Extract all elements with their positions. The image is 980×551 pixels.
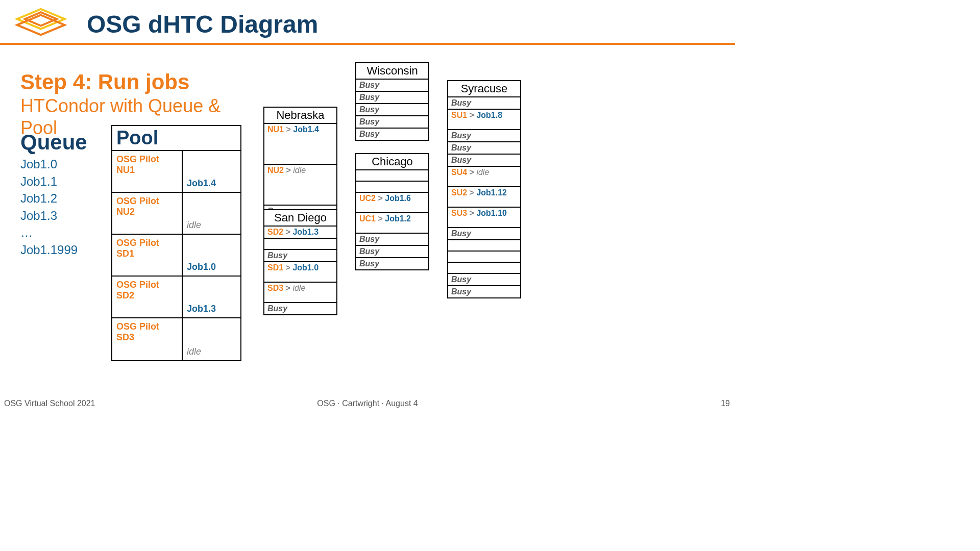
pool-row: OSG Pilot SD1Job1.0 [112,235,240,277]
pool-job: Job1.3 [183,277,240,317]
queue-item: Job1.3 [20,207,78,224]
site-slot: SU2 > Job1.12 [448,187,520,208]
site-syracuse: SyracuseBusySU1 > Job1.8BusyBusyBusySU4 … [447,80,521,298]
pool-row: OSG Pilot NU2idle [112,193,240,235]
site-slot: Busy [356,234,428,246]
pool-row: OSG Pilot NU1Job1.4 [112,151,240,193]
site-header: San Diego [264,210,336,227]
site-slot [356,170,428,182]
site-slot: Busy [356,80,428,92]
pool-row: OSG Pilot SD3idle [112,318,240,360]
site-slot: Busy [448,228,520,240]
site-header: Chicago [356,154,428,170]
pool-job: idle [183,193,240,234]
queue-item: Job1.0 [20,156,78,173]
site-slot [264,239,336,250]
footer-center: OSG · Cartwright · August 4 [317,399,418,408]
site-slot: SD3 > idle [264,283,336,303]
site-slot: SD2 > Job1.3 [264,227,336,239]
site-slot: Busy [448,97,520,110]
site-slot: Busy [448,130,520,142]
pool-pilot: OSG Pilot SD2 [112,277,183,317]
site-slot: Busy [448,274,520,286]
site-slot: Busy [448,142,520,155]
site-slot: Busy [264,250,336,262]
site-slot: SU3 > Job1.10 [448,208,520,228]
pool-pilot: OSG Pilot NU2 [112,193,183,234]
queue-item: Job1.1999 [20,241,78,259]
site-slot [356,182,428,193]
site-slot: Busy [448,155,520,167]
site-slot: SU1 > Job1.8 [448,110,520,130]
site-slot: Busy [356,92,428,104]
queue-item: … [20,224,78,241]
site-slot: Busy [356,129,428,140]
site-header: Syracuse [448,81,520,97]
site-slot: Busy [264,303,336,314]
site-slot: Busy [448,286,520,297]
pool-heading: Pool [112,126,240,151]
site-slot: NU1 > Job1.4 [264,124,336,165]
footer-left: OSG Virtual School 2021 [4,399,95,408]
site-slot: Busy [356,246,428,258]
site-slot [448,240,520,252]
site-slot: Busy [356,104,428,116]
page-title: OSG dHTC Diagram [87,10,318,38]
osg-logo-icon [5,5,77,43]
page-number: 19 [721,399,730,408]
pool-job: Job1.4 [183,151,240,192]
site-slot [448,263,520,274]
site-slot: SD1 > Job1.0 [264,262,336,283]
slide-header: OSG dHTC Diagram [0,0,735,45]
site-slot: UC1 > Job1.2 [356,213,428,234]
pool-pilot: OSG Pilot NU1 [112,151,183,192]
site-slot: NU2 > idle [264,165,336,206]
pool-pilot: OSG Pilot SD3 [112,318,183,360]
queue-item: Job1.1 [20,173,78,190]
pool-pilot: OSG Pilot SD1 [112,235,183,276]
site-header: Nebraska [264,108,336,124]
queue-item: Job1.2 [20,190,78,207]
step-heading: Step 4: Run jobs [20,70,189,94]
pool-job: idle [183,318,240,360]
site-chicago: ChicagoUC2 > Job1.6UC1 > Job1.2BusyBusyB… [355,153,429,270]
queue-heading: Queue [20,130,87,155]
pool-box: Pool OSG Pilot NU1Job1.4OSG Pilot NU2idl… [111,125,241,361]
site-slot: Busy [356,116,428,129]
site-slot: UC2 > Job1.6 [356,193,428,213]
queue-list: Job1.0Job1.1Job1.2Job1.3…Job1.1999 [20,156,78,259]
site-slot: Busy [356,258,428,269]
subtitle-line1: HTCondor with Queue & [20,95,220,117]
site-wisconsin: WisconsinBusyBusyBusyBusyBusy [355,62,429,141]
site-header: Wisconsin [356,63,428,80]
site-slot [448,252,520,263]
site-slot: SU4 > idle [448,167,520,187]
pool-row: OSG Pilot SD2Job1.3 [112,277,240,318]
pool-job: Job1.0 [183,235,240,276]
site-sandiego: San DiegoSD2 > Job1.3BusySD1 > Job1.0SD3… [263,209,337,315]
